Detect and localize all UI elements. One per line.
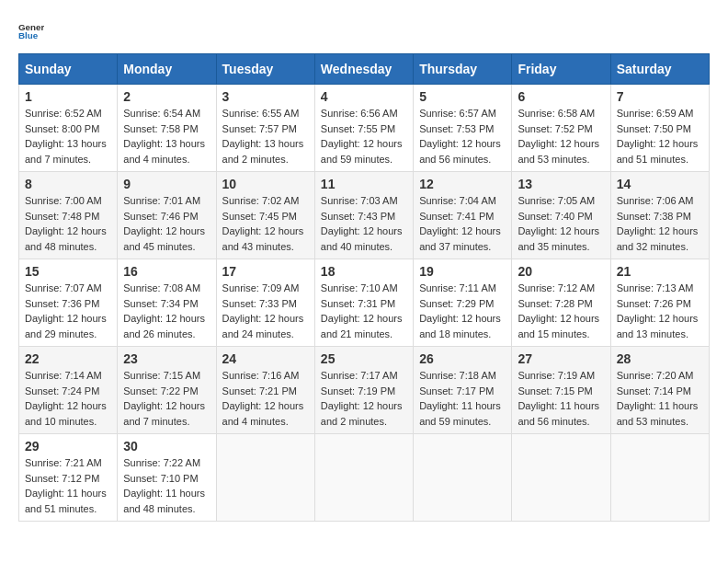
sunrise-label: Sunrise: 7:17 AM [321,370,398,381]
weekday-header-row: SundayMondayTuesdayWednesdayThursdayFrid… [19,54,710,85]
daylight-label: Daylight: 12 hours and 45 minutes. [123,225,205,252]
day-number: 23 [123,351,210,366]
day-info: Sunrise: 7:19 AM Sunset: 7:15 PM Dayligh… [518,368,604,429]
sunset-label: Sunset: 7:14 PM [617,385,691,396]
day-info: Sunrise: 6:59 AM Sunset: 7:50 PM Dayligh… [617,106,703,167]
daylight-label: Daylight: 12 hours and 24 minutes. [222,313,304,339]
day-info: Sunrise: 7:10 AM Sunset: 7:31 PM Dayligh… [321,281,407,341]
sunset-label: Sunset: 7:55 PM [321,123,395,134]
sunset-label: Sunset: 7:28 PM [518,298,592,309]
calendar-cell: 11 Sunrise: 7:03 AM Sunset: 7:43 PM Dayl… [314,172,413,259]
calendar-cell: 14 Sunrise: 7:06 AM Sunset: 7:38 PM Dayl… [610,172,709,259]
sunset-label: Sunset: 7:33 PM [222,298,297,309]
daylight-label: Daylight: 12 hours and 56 minutes. [419,138,501,165]
sunset-label: Sunset: 7:58 PM [123,123,198,134]
sunrise-label: Sunrise: 7:21 AM [25,457,102,468]
calendar-cell [414,434,512,522]
day-info: Sunrise: 7:09 AM Sunset: 7:33 PM Dayligh… [222,281,309,341]
daylight-label: Daylight: 12 hours and 53 minutes. [518,138,599,165]
day-info: Sunrise: 7:18 AM Sunset: 7:17 PM Dayligh… [419,368,506,429]
daylight-label: Daylight: 12 hours and 51 minutes. [617,138,699,165]
sunrise-label: Sunrise: 7:01 AM [123,195,200,206]
logo: GeneralBlue [18,18,44,44]
sunrise-label: Sunrise: 6:58 AM [518,108,595,119]
calendar-cell: 30 Sunrise: 7:22 AM Sunset: 7:10 PM Dayl… [118,434,216,522]
sunrise-label: Sunrise: 6:57 AM [419,108,496,119]
calendar-week-row: 29 Sunrise: 7:21 AM Sunset: 7:12 PM Dayl… [19,434,710,522]
day-info: Sunrise: 6:56 AM Sunset: 7:55 PM Dayligh… [321,106,407,167]
calendar-cell: 28 Sunrise: 7:20 AM Sunset: 7:14 PM Dayl… [610,347,709,434]
day-info: Sunrise: 7:11 AM Sunset: 7:29 PM Dayligh… [419,281,506,341]
sunset-label: Sunset: 7:10 PM [123,473,198,484]
sunset-label: Sunset: 7:34 PM [123,298,198,309]
sunrise-label: Sunrise: 7:18 AM [419,370,496,381]
daylight-label: Daylight: 12 hours and 40 minutes. [321,225,403,252]
sunset-label: Sunset: 7:12 PM [25,473,99,484]
sunrise-label: Sunrise: 7:02 AM [222,195,300,206]
sunrise-label: Sunrise: 7:03 AM [321,195,398,206]
daylight-label: Daylight: 11 hours and 59 minutes. [419,400,501,427]
sunrise-label: Sunrise: 7:19 AM [518,370,595,381]
day-number: 3 [222,89,309,104]
svg-text:Blue: Blue [18,30,39,40]
sunset-label: Sunset: 8:00 PM [25,123,99,134]
day-info: Sunrise: 7:03 AM Sunset: 7:43 PM Dayligh… [321,193,407,254]
day-info: Sunrise: 7:05 AM Sunset: 7:40 PM Dayligh… [518,193,604,254]
weekday-header: Friday [512,54,610,85]
day-info: Sunrise: 7:00 AM Sunset: 7:48 PM Dayligh… [25,193,111,254]
sunrise-label: Sunrise: 7:07 AM [25,282,102,293]
weekday-header: Saturday [610,54,709,85]
calendar-cell: 18 Sunrise: 7:10 AM Sunset: 7:31 PM Dayl… [314,259,413,347]
calendar-week-row: 1 Sunrise: 6:52 AM Sunset: 8:00 PM Dayli… [19,85,710,172]
calendar-cell: 9 Sunrise: 7:01 AM Sunset: 7:46 PM Dayli… [118,172,216,259]
calendar: SundayMondayTuesdayWednesdayThursdayFrid… [18,53,710,522]
sunset-label: Sunset: 7:36 PM [25,298,99,309]
calendar-cell: 26 Sunrise: 7:18 AM Sunset: 7:17 PM Dayl… [414,347,512,434]
calendar-cell: 12 Sunrise: 7:04 AM Sunset: 7:41 PM Dayl… [414,172,512,259]
sunset-label: Sunset: 7:26 PM [617,298,691,309]
day-number: 24 [222,351,309,366]
sunrise-label: Sunrise: 7:16 AM [222,370,300,381]
weekday-header: Sunday [19,54,118,85]
daylight-label: Daylight: 12 hours and 18 minutes. [419,313,501,339]
daylight-label: Daylight: 12 hours and 7 minutes. [123,400,205,427]
sunset-label: Sunset: 7:38 PM [617,211,691,222]
calendar-cell: 25 Sunrise: 7:17 AM Sunset: 7:19 PM Dayl… [314,347,413,434]
calendar-cell: 29 Sunrise: 7:21 AM Sunset: 7:12 PM Dayl… [19,434,118,522]
day-info: Sunrise: 7:02 AM Sunset: 7:45 PM Dayligh… [222,193,309,254]
weekday-header: Thursday [414,54,512,85]
calendar-cell [314,434,413,522]
daylight-label: Daylight: 12 hours and 26 minutes. [123,313,205,339]
sunset-label: Sunset: 7:19 PM [321,385,395,396]
calendar-cell: 22 Sunrise: 7:14 AM Sunset: 7:24 PM Dayl… [19,347,118,434]
day-number: 29 [25,439,111,454]
sunrise-label: Sunrise: 6:52 AM [25,108,102,119]
sunset-label: Sunset: 7:41 PM [419,211,494,222]
day-number: 16 [123,264,210,279]
daylight-label: Daylight: 13 hours and 4 minutes. [123,138,205,165]
day-info: Sunrise: 6:57 AM Sunset: 7:53 PM Dayligh… [419,106,506,167]
calendar-week-row: 8 Sunrise: 7:00 AM Sunset: 7:48 PM Dayli… [19,172,710,259]
sunset-label: Sunset: 7:52 PM [518,123,592,134]
day-number: 8 [25,177,111,191]
sunrise-label: Sunrise: 7:06 AM [617,195,694,206]
sunrise-label: Sunrise: 7:22 AM [123,457,200,468]
day-info: Sunrise: 7:21 AM Sunset: 7:12 PM Dayligh… [25,455,111,516]
sunrise-label: Sunrise: 7:20 AM [617,370,694,381]
day-info: Sunrise: 7:12 AM Sunset: 7:28 PM Dayligh… [518,281,604,341]
daylight-label: Daylight: 12 hours and 13 minutes. [617,313,699,339]
day-number: 27 [518,351,604,366]
day-number: 14 [617,177,703,191]
day-number: 12 [419,177,506,191]
day-info: Sunrise: 7:15 AM Sunset: 7:22 PM Dayligh… [123,368,210,429]
day-number: 21 [617,264,703,279]
calendar-cell: 4 Sunrise: 6:56 AM Sunset: 7:55 PM Dayli… [314,85,413,172]
day-info: Sunrise: 7:04 AM Sunset: 7:41 PM Dayligh… [419,193,506,254]
daylight-label: Daylight: 12 hours and 59 minutes. [321,138,403,165]
day-info: Sunrise: 7:01 AM Sunset: 7:46 PM Dayligh… [123,193,210,254]
header: GeneralBlue [18,18,710,44]
calendar-cell: 27 Sunrise: 7:19 AM Sunset: 7:15 PM Dayl… [512,347,610,434]
sunset-label: Sunset: 7:40 PM [518,211,592,222]
sunrise-label: Sunrise: 7:05 AM [518,195,595,206]
daylight-label: Daylight: 12 hours and 37 minutes. [419,225,501,252]
